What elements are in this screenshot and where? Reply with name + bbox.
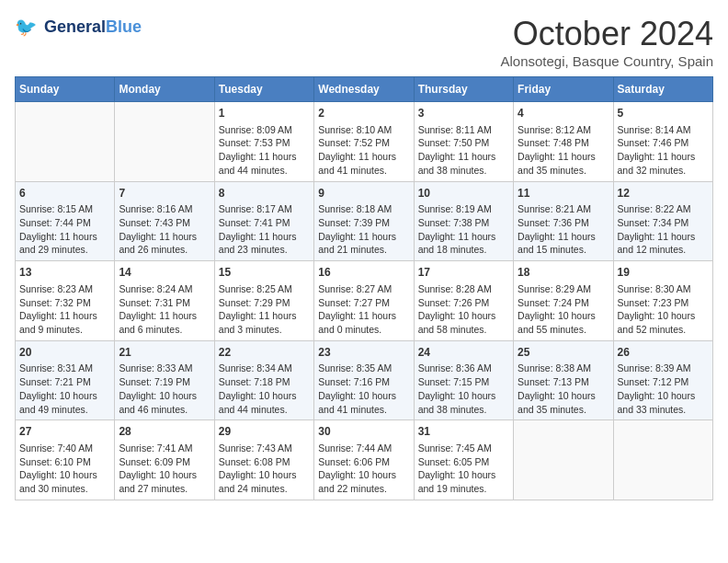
- day-number: 28: [119, 424, 210, 440]
- calendar-cell: 31Sunrise: 7:45 AMSunset: 6:05 PMDayligh…: [414, 420, 513, 500]
- day-header: Saturday: [613, 77, 712, 102]
- calendar-week: 13Sunrise: 8:23 AMSunset: 7:32 PMDayligh…: [16, 261, 713, 341]
- day-header: Thursday: [414, 77, 513, 102]
- daylight-text: Daylight: 11 hours and 32 minutes.: [618, 150, 709, 177]
- sunrise-text: Sunrise: 8:15 AM: [19, 202, 110, 216]
- sunset-text: Sunset: 7:24 PM: [518, 296, 609, 310]
- calendar-cell: 5Sunrise: 8:14 AMSunset: 7:46 PMDaylight…: [613, 102, 712, 182]
- calendar-cell: 12Sunrise: 8:22 AMSunset: 7:34 PMDayligh…: [613, 181, 712, 261]
- sunset-text: Sunset: 7:12 PM: [618, 375, 709, 389]
- day-number: 25: [518, 345, 609, 361]
- calendar-cell: 25Sunrise: 8:38 AMSunset: 7:13 PMDayligh…: [514, 340, 613, 420]
- calendar-cell: 1Sunrise: 8:09 AMSunset: 7:53 PMDaylight…: [214, 102, 313, 182]
- sunrise-text: Sunrise: 7:43 AM: [219, 442, 310, 455]
- sunset-text: Sunset: 7:19 PM: [119, 375, 210, 389]
- day-number: 14: [119, 265, 210, 281]
- calendar-cell: 7Sunrise: 8:16 AMSunset: 7:43 PMDaylight…: [115, 181, 214, 261]
- sunset-text: Sunset: 7:26 PM: [418, 296, 509, 310]
- calendar-cell: 27Sunrise: 7:40 AMSunset: 6:10 PMDayligh…: [16, 420, 115, 500]
- sunset-text: Sunset: 7:23 PM: [618, 296, 709, 310]
- sunset-text: Sunset: 7:21 PM: [19, 375, 110, 389]
- calendar-week: 1Sunrise: 8:09 AMSunset: 7:53 PMDaylight…: [16, 102, 713, 182]
- day-number: 21: [119, 345, 210, 361]
- day-number: 18: [518, 265, 609, 281]
- sunrise-text: Sunrise: 8:10 AM: [318, 123, 409, 137]
- sunrise-text: Sunrise: 8:16 AM: [119, 202, 210, 216]
- day-number: 4: [518, 106, 609, 121]
- sunrise-text: Sunrise: 8:21 AM: [518, 202, 609, 216]
- calendar-week: 20Sunrise: 8:31 AMSunset: 7:21 PMDayligh…: [16, 340, 713, 420]
- day-number: 23: [318, 345, 409, 361]
- calendar-week: 6Sunrise: 8:15 AMSunset: 7:44 PMDaylight…: [16, 181, 713, 261]
- calendar-cell: 19Sunrise: 8:30 AMSunset: 7:23 PMDayligh…: [613, 261, 712, 341]
- sunrise-text: Sunrise: 8:34 AM: [219, 362, 310, 375]
- calendar-table: SundayMondayTuesdayWednesdayThursdayFrid…: [15, 76, 713, 500]
- sunrise-text: Sunrise: 8:22 AM: [618, 202, 709, 216]
- day-number: 7: [119, 186, 210, 201]
- day-header: Monday: [115, 77, 214, 102]
- sunrise-text: Sunrise: 7:44 AM: [318, 442, 409, 455]
- calendar-cell: 18Sunrise: 8:29 AMSunset: 7:24 PMDayligh…: [514, 261, 613, 341]
- sunrise-text: Sunrise: 8:24 AM: [119, 282, 210, 296]
- sunset-text: Sunset: 7:48 PM: [518, 136, 609, 150]
- day-number: 10: [418, 186, 509, 201]
- calendar-cell: 29Sunrise: 7:43 AMSunset: 6:08 PMDayligh…: [214, 420, 313, 500]
- daylight-text: Daylight: 10 hours and 35 minutes.: [518, 389, 609, 416]
- day-number: 19: [618, 265, 709, 281]
- sunrise-text: Sunrise: 8:31 AM: [19, 362, 110, 375]
- calendar-cell: 3Sunrise: 8:11 AMSunset: 7:50 PMDaylight…: [414, 102, 513, 182]
- daylight-text: Daylight: 11 hours and 41 minutes.: [318, 150, 409, 177]
- sunrise-text: Sunrise: 8:12 AM: [518, 123, 609, 137]
- sunset-text: Sunset: 7:44 PM: [19, 216, 110, 230]
- page-header: 🐦 GeneralBlue October 2024 Alonsotegi, B…: [15, 15, 713, 69]
- day-number: 13: [19, 265, 110, 281]
- calendar-cell: [613, 420, 712, 500]
- sunset-text: Sunset: 7:32 PM: [19, 296, 110, 310]
- sunset-text: Sunset: 7:38 PM: [418, 216, 509, 230]
- daylight-text: Daylight: 10 hours and 30 minutes.: [19, 468, 110, 495]
- daylight-text: Daylight: 11 hours and 38 minutes.: [418, 150, 509, 177]
- calendar-cell: 2Sunrise: 8:10 AMSunset: 7:52 PMDaylight…: [314, 102, 414, 182]
- calendar-cell: 17Sunrise: 8:28 AMSunset: 7:26 PMDayligh…: [414, 261, 513, 341]
- sunrise-text: Sunrise: 8:09 AM: [219, 123, 310, 137]
- daylight-text: Daylight: 11 hours and 3 minutes.: [219, 309, 310, 336]
- day-number: 29: [219, 424, 310, 440]
- calendar-cell: 8Sunrise: 8:17 AMSunset: 7:41 PMDaylight…: [214, 181, 313, 261]
- sunset-text: Sunset: 7:29 PM: [219, 296, 310, 310]
- sunset-text: Sunset: 7:43 PM: [119, 216, 210, 230]
- calendar-cell: [514, 420, 613, 500]
- sunset-text: Sunset: 7:18 PM: [219, 375, 310, 389]
- day-number: 31: [418, 424, 509, 440]
- sunrise-text: Sunrise: 8:14 AM: [618, 123, 709, 137]
- sunset-text: Sunset: 6:09 PM: [119, 455, 210, 469]
- sunrise-text: Sunrise: 8:39 AM: [618, 362, 709, 375]
- day-number: 8: [219, 186, 310, 201]
- sunset-text: Sunset: 7:36 PM: [518, 216, 609, 230]
- sunset-text: Sunset: 7:16 PM: [318, 375, 409, 389]
- calendar-cell: 21Sunrise: 8:33 AMSunset: 7:19 PMDayligh…: [115, 340, 214, 420]
- logo: 🐦 GeneralBlue: [15, 15, 142, 40]
- daylight-text: Daylight: 10 hours and 22 minutes.: [318, 468, 409, 495]
- daylight-text: Daylight: 11 hours and 21 minutes.: [318, 230, 409, 257]
- sunrise-text: Sunrise: 8:33 AM: [119, 362, 210, 375]
- sunset-text: Sunset: 7:27 PM: [318, 296, 409, 310]
- daylight-text: Daylight: 10 hours and 24 minutes.: [219, 468, 310, 495]
- month-title: October 2024: [500, 15, 713, 53]
- daylight-text: Daylight: 11 hours and 15 minutes.: [518, 230, 609, 257]
- day-number: 17: [418, 265, 509, 281]
- sunset-text: Sunset: 7:52 PM: [318, 136, 409, 150]
- sunrise-text: Sunrise: 8:36 AM: [418, 362, 509, 375]
- sunset-text: Sunset: 6:05 PM: [418, 455, 509, 469]
- sunrise-text: Sunrise: 8:23 AM: [19, 282, 110, 296]
- calendar-cell: 30Sunrise: 7:44 AMSunset: 6:06 PMDayligh…: [314, 420, 414, 500]
- sunset-text: Sunset: 7:46 PM: [618, 136, 709, 150]
- calendar-cell: 23Sunrise: 8:35 AMSunset: 7:16 PMDayligh…: [314, 340, 414, 420]
- calendar-cell: 13Sunrise: 8:23 AMSunset: 7:32 PMDayligh…: [16, 261, 115, 341]
- daylight-text: Daylight: 11 hours and 6 minutes.: [119, 309, 210, 336]
- day-header: Wednesday: [314, 77, 414, 102]
- daylight-text: Daylight: 11 hours and 18 minutes.: [418, 230, 509, 257]
- calendar-week: 27Sunrise: 7:40 AMSunset: 6:10 PMDayligh…: [16, 420, 713, 500]
- daylight-text: Daylight: 11 hours and 9 minutes.: [19, 309, 110, 336]
- day-number: 15: [219, 265, 310, 281]
- sunrise-text: Sunrise: 8:25 AM: [219, 282, 310, 296]
